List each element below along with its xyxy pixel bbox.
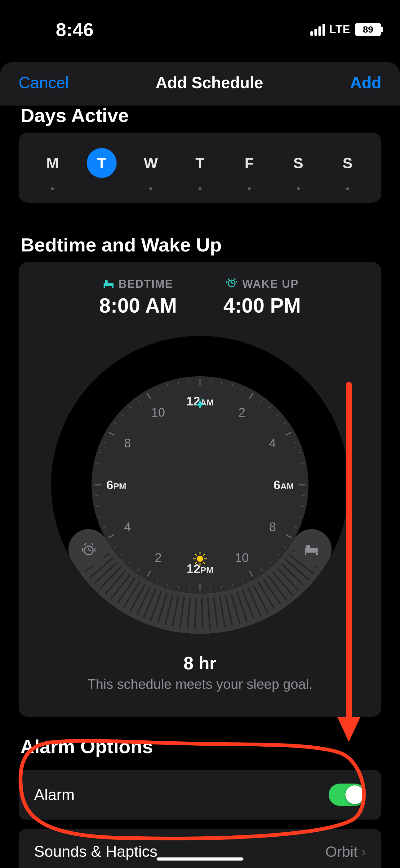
dial-hour-label: 6AM	[273, 478, 294, 492]
svg-rect-55	[305, 548, 318, 553]
alarm-row-label: Alarm	[34, 786, 75, 804]
alarm-toggle-row[interactable]: Alarm	[19, 770, 381, 819]
svg-line-27	[202, 598, 202, 629]
sounds-haptics-value: Orbit	[325, 843, 358, 860]
day-4: F	[235, 148, 263, 190]
svg-rect-0	[104, 283, 113, 286]
days-active-title: Days Active	[0, 105, 400, 132]
cellular-signal-icon	[310, 23, 325, 36]
bed-icon	[103, 278, 114, 290]
status-time: 8:46	[56, 19, 94, 40]
day-dot	[297, 187, 300, 190]
svg-line-54	[203, 554, 205, 555]
dial-hour-label: 4	[269, 436, 276, 450]
days-active-card: MTWTFSS	[19, 132, 381, 203]
dial-hour-label: 6PM	[106, 478, 126, 492]
day-dot	[51, 187, 54, 190]
wakeup-label: WAKE UP	[242, 278, 299, 290]
alarm-clock-icon	[226, 278, 238, 290]
network-label: LTE	[329, 23, 351, 36]
svg-rect-2	[104, 286, 105, 288]
dial-hour-label: 4	[124, 520, 131, 534]
svg-rect-1	[105, 280, 108, 283]
svg-line-62	[84, 543, 86, 545]
svg-rect-3	[112, 286, 113, 288]
alarm-options-title: Alarm Options	[0, 736, 400, 764]
svg-point-46	[197, 556, 203, 562]
goal-text: This schedule meets your sleep goal.	[31, 677, 369, 692]
svg-line-51	[195, 554, 197, 555]
sun-icon	[193, 552, 207, 569]
day-0: M	[38, 148, 66, 190]
day-button-m-0[interactable]: M	[37, 148, 67, 178]
bedtime-handle[interactable]	[294, 532, 328, 566]
modal-sheet: Cancel Add Schedule Add Days Active MTWT…	[0, 62, 400, 868]
dial-hour-label: 8	[124, 436, 131, 450]
day-6: S	[334, 148, 362, 190]
chevron-right-icon: ›	[361, 844, 366, 859]
day-dot	[346, 187, 349, 190]
day-button-s-5[interactable]: S	[284, 148, 313, 178]
bedtime-wakeup-title: Bedtime and Wake Up	[0, 234, 400, 262]
svg-line-28	[195, 598, 196, 629]
duration-value: 8 hr	[31, 653, 369, 673]
home-indicator[interactable]	[157, 858, 243, 861]
cancel-button[interactable]: Cancel	[19, 73, 69, 92]
sounds-haptics-row[interactable]: Sounds & Haptics Orbit ›	[19, 829, 381, 868]
bedtime-value[interactable]: 8:00 AM	[99, 294, 177, 317]
svg-line-52	[203, 562, 205, 563]
day-button-t-1[interactable]: T	[87, 148, 116, 178]
day-2: W	[137, 148, 165, 190]
status-bar: 8:46 LTE 89	[0, 0, 400, 50]
day-3: T	[186, 148, 214, 190]
day-dot	[198, 187, 202, 190]
svg-rect-56	[306, 545, 310, 548]
svg-rect-57	[305, 553, 306, 555]
status-right: LTE 89	[310, 23, 381, 36]
dial-hour-label: 10	[235, 550, 249, 564]
day-1: T	[88, 148, 116, 190]
svg-line-7	[228, 278, 229, 280]
battery-percent: 89	[356, 24, 380, 35]
nav-bar: Cancel Add Schedule Add	[0, 62, 400, 101]
day-button-s-6[interactable]: S	[333, 148, 363, 178]
scroll-content[interactable]: Days Active MTWTFSS Bedtime and Wake Up …	[0, 105, 400, 868]
svg-line-63	[91, 543, 93, 545]
svg-line-8	[234, 278, 235, 280]
day-button-f-4[interactable]: F	[234, 148, 264, 178]
day-button-w-2[interactable]: W	[136, 148, 166, 178]
dial-hour-label: 2	[155, 550, 162, 564]
duration-block: 8 hr This schedule meets your sleep goal…	[31, 653, 369, 692]
sounds-haptics-label: Sounds & Haptics	[34, 842, 157, 861]
bedtime-wakeup-card: BEDTIME 8:00 AM WAKE UP 4:00 PM	[19, 262, 381, 717]
bedtime-label: BEDTIME	[119, 278, 173, 290]
day-button-t-3[interactable]: T	[185, 148, 215, 178]
wakeup-value[interactable]: 4:00 PM	[224, 294, 301, 317]
battery-icon: 89	[355, 23, 381, 36]
stars-icon	[194, 398, 206, 414]
dial-hour-label: 2	[238, 405, 245, 420]
wakeup-handle[interactable]	[72, 532, 106, 566]
day-dot	[248, 187, 251, 190]
wakeup-column: WAKE UP 4:00 PM	[224, 278, 301, 317]
svg-line-53	[195, 562, 197, 563]
sleep-dial[interactable]: 12AM246AM81012PM246PM810	[51, 336, 349, 634]
day-dot	[149, 187, 152, 190]
bedtime-column: BEDTIME 8:00 AM	[99, 278, 177, 317]
day-5: S	[284, 148, 312, 190]
add-button[interactable]: Add	[350, 73, 381, 92]
dial-hour-label: 10	[151, 405, 165, 420]
alarm-toggle[interactable]	[329, 783, 366, 806]
svg-rect-58	[316, 553, 318, 555]
page-title: Add Schedule	[156, 73, 263, 92]
dial-hour-label: 8	[269, 520, 276, 534]
